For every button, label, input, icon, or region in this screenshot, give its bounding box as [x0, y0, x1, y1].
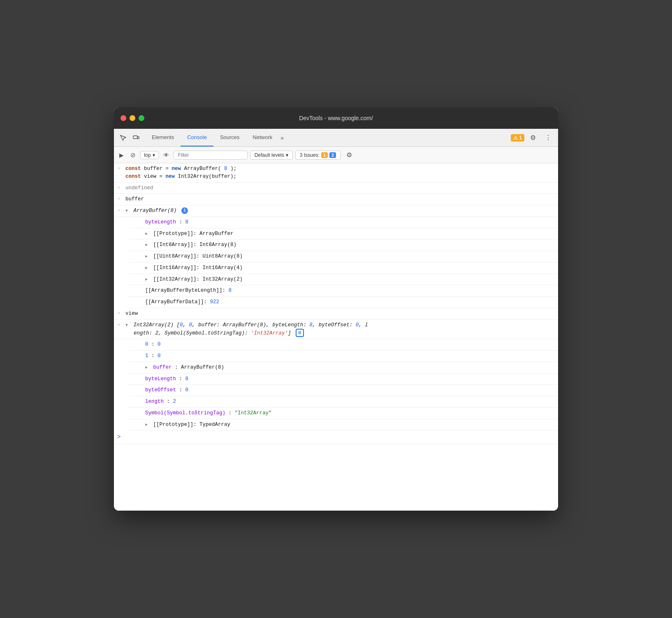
console-entry: › const buffer = new ArrayBuffer( 8 ); c…	[114, 163, 558, 183]
console-entry: [[Int32Array]]: Int32Array(2)	[129, 274, 558, 286]
tab-group: Elements Console Sources Network »	[145, 129, 285, 146]
entry-content: [[ArrayBufferByteLength]]: 8	[144, 286, 558, 295]
warning-icon: ⚠	[513, 135, 518, 141]
svg-rect-0	[133, 136, 137, 139]
prompt-icon: >	[117, 433, 120, 441]
expand-arrow-icon[interactable]	[125, 321, 130, 329]
entry-arrow-icon[interactable]: ›	[114, 195, 124, 202]
entry-content: [[Prototype]]: ArrayBuffer	[144, 229, 558, 239]
entry-back-icon: ‹	[114, 321, 124, 328]
console-entry: buffer : ArrayBuffer(8)	[129, 362, 558, 374]
levels-dropdown-icon: ▾	[286, 152, 288, 158]
main-toolbar: Elements Console Sources Network » ⚠ 1 ⚙…	[114, 129, 558, 147]
close-button[interactable]	[120, 115, 126, 121]
console-entry: [[Uint8Array]]: Uint8Array(8)	[129, 251, 558, 263]
tab-elements[interactable]: Elements	[145, 129, 181, 146]
entry-back-icon: ‹	[114, 184, 124, 191]
expand-arrow-icon[interactable]	[125, 207, 130, 215]
devtools-window: DevTools - www.google.com/ Elements Cons…	[114, 107, 558, 511]
entry-content: const buffer = new ArrayBuffer( 8 ); con…	[124, 164, 558, 181]
dropdown-arrow-icon: ▾	[153, 152, 155, 158]
titlebar: DevTools - www.google.com/	[114, 107, 558, 129]
console-entry: byteLength : 8	[129, 374, 558, 385]
traffic-lights	[120, 115, 144, 121]
eye-button[interactable]: 👁	[161, 151, 171, 160]
console-entry: › buffer	[114, 194, 558, 205]
issues-button[interactable]: 3 Issues: 1 2	[295, 151, 341, 160]
block-scripts-button[interactable]: ⊘	[128, 150, 138, 160]
entry-content: Symbol(Symbol.toStringTag) : "Int32Array…	[144, 409, 558, 418]
run-scripts-button[interactable]: ▶	[117, 151, 126, 160]
console-entry: [[Prototype]]: ArrayBuffer	[129, 228, 558, 240]
eye-icon: 👁	[163, 152, 169, 158]
entry-content: ArrayBuffer(8) i	[124, 206, 558, 216]
console-entry: length : 2	[129, 396, 558, 408]
console-entry: ‹ Int32Array(2) [0, 0, buffer: ArrayBuff…	[114, 320, 558, 339]
tab-sources[interactable]: Sources	[213, 129, 246, 146]
entry-arrow-icon[interactable]: ›	[114, 309, 124, 317]
filter-input[interactable]	[174, 151, 248, 160]
more-tabs-button[interactable]: »	[279, 133, 285, 143]
entry-content: Int32Array(2) [0, 0, buffer: ArrayBuffer…	[124, 321, 558, 338]
console-entry: byteLength : 8	[129, 217, 558, 228]
warning-badge[interactable]: ⚠ 1	[511, 134, 524, 142]
console-entry: [[ArrayBufferData]]: 922	[129, 297, 558, 308]
console-input-line[interactable]: >	[114, 430, 558, 444]
entry-content: undefined	[124, 184, 558, 193]
settings-button[interactable]: ⚙	[527, 132, 539, 143]
console-entry: 1 : 0	[129, 351, 558, 362]
console-entry: [[ArrayBufferByteLength]]: 8	[129, 285, 558, 297]
expand-arrow-icon[interactable]	[145, 230, 150, 238]
entry-content: [[Int16Array]]: Int16Array(4)	[144, 263, 558, 273]
svg-rect-1	[137, 137, 139, 139]
block-icon: ⊘	[130, 151, 136, 159]
entry-content: buffer	[124, 195, 558, 204]
console-toolbar: ▶ ⊘ top ▾ 👁 Default levels ▾ 3 Issues: 1…	[114, 147, 558, 163]
entry-back-icon: ‹	[114, 206, 124, 214]
tab-network[interactable]: Network	[246, 129, 279, 146]
entry-content: view	[124, 309, 558, 318]
cursor-icon	[120, 135, 126, 141]
expand-arrow-icon[interactable]	[145, 364, 150, 372]
device-toolbar-button[interactable]	[130, 133, 142, 143]
entry-content: [[Int8Array]]: Int8Array(8)	[144, 240, 558, 250]
expand-arrow-icon[interactable]	[145, 253, 150, 260]
info-badge[interactable]: i	[181, 207, 188, 214]
entry-content: 0 : 0	[144, 340, 558, 349]
window-title: DevTools - www.google.com/	[299, 115, 373, 121]
context-selector[interactable]: top ▾	[140, 151, 159, 159]
console-settings-button[interactable]: ⚙	[343, 149, 355, 160]
entry-content: [[Prototype]]: TypedArray	[144, 420, 558, 430]
maximize-button[interactable]	[139, 115, 144, 121]
console-entry: ‹ undefined	[114, 183, 558, 194]
entry-content: length : 2	[144, 397, 558, 407]
console-entry: Symbol(Symbol.toStringTag) : "Int32Array…	[129, 408, 558, 419]
console-entry: ‹ ArrayBuffer(8) i	[114, 205, 558, 217]
entry-arrow-icon[interactable]: ›	[114, 164, 124, 172]
minimize-button[interactable]	[130, 115, 135, 121]
entry-content: [[Uint8Array]]: Uint8Array(8)	[144, 252, 558, 261]
expand-arrow-icon[interactable]	[145, 421, 150, 429]
console-entry: 0 : 0	[129, 339, 558, 351]
inspect-element-button[interactable]	[117, 133, 129, 143]
console-entry: [[Int8Array]]: Int8Array(8)	[129, 239, 558, 251]
issues-warn-count: 1	[321, 152, 328, 158]
log-levels-button[interactable]: Default levels ▾	[250, 151, 293, 160]
console-entry: byteOffset : 0	[129, 385, 558, 396]
issues-info-count: 2	[329, 152, 336, 158]
more-options-button[interactable]: ⋮	[542, 132, 555, 143]
console-output[interactable]: › const buffer = new ArrayBuffer( 8 ); c…	[114, 163, 558, 511]
info-badge-outline[interactable]: ⊞	[296, 329, 304, 337]
entry-content: 1 : 0	[144, 351, 558, 361]
expand-arrow-icon[interactable]	[145, 264, 150, 272]
expand-arrow-icon[interactable]	[145, 241, 150, 249]
entry-content: buffer : ArrayBuffer(8)	[144, 363, 558, 372]
console-entry: [[Prototype]]: TypedArray	[129, 419, 558, 431]
device-icon	[133, 135, 139, 141]
console-entry: [[Int16Array]]: Int16Array(4)	[129, 263, 558, 274]
entry-content: [[Int32Array]]: Int32Array(2)	[144, 275, 558, 284]
entry-content: byteLength : 8	[144, 374, 558, 384]
tab-console[interactable]: Console	[181, 129, 213, 146]
entry-content: byteLength : 8	[144, 218, 558, 227]
expand-arrow-icon[interactable]	[145, 276, 150, 283]
